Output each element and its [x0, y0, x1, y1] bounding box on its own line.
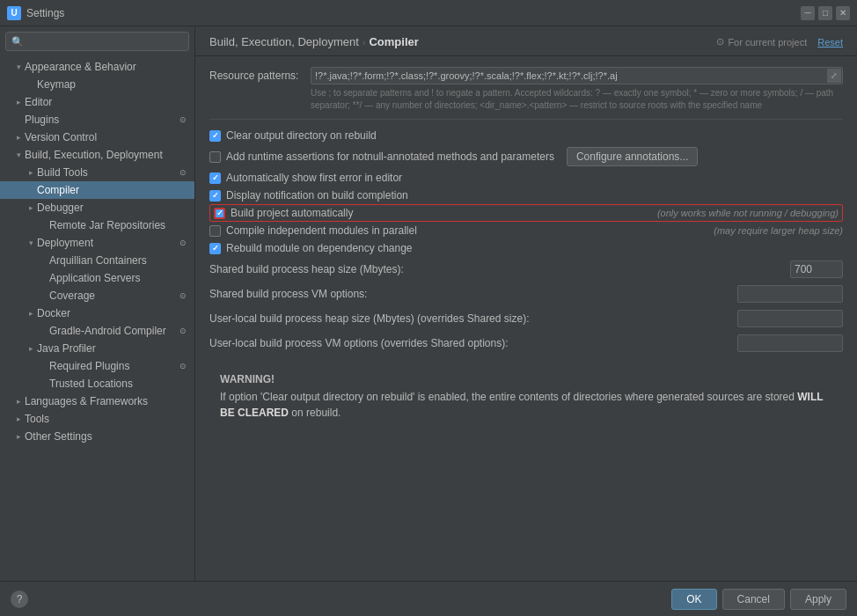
warning-text: If option 'Clear output directory on reb…	[220, 389, 832, 421]
sidebar-item-remote-jar[interactable]: Remote Jar Repositories	[0, 216, 194, 234]
breadcrumb-current: Compiler	[369, 35, 418, 48]
breadcrumb-separator: ›	[363, 37, 366, 48]
option-clear-output: Clear output directory on rebuild	[209, 127, 843, 144]
compile-parallel-checkbox-wrap[interactable]: Compile independent modules in parallel	[209, 224, 417, 237]
content-scroll: Resource patterns: ⤢ Use ; to separate p…	[195, 56, 857, 581]
content-header: Build, Execution, Deployment › Compiler …	[195, 26, 857, 56]
window-controls: ─ □ ✕	[801, 6, 850, 20]
sidebar-item-build-exec[interactable]: Build, Execution, Deployment	[0, 146, 194, 164]
apply-button[interactable]: Apply	[790, 589, 846, 610]
sidebar-item-version-control[interactable]: Version Control	[0, 128, 194, 146]
rebuild-module-checkbox[interactable]	[209, 243, 221, 254]
display-notification-label: Display notification on build completion	[226, 189, 408, 202]
scope-icon: ⊙	[177, 325, 189, 337]
sidebar-item-build-tools[interactable]: Build Tools ⊙	[0, 164, 194, 181]
expand-icon	[12, 430, 25, 443]
close-button[interactable]: ✕	[836, 6, 850, 20]
expand-icon	[25, 307, 37, 319]
help-button[interactable]: ?	[11, 590, 28, 608]
shared-vm-label: Shared build process VM options:	[209, 288, 737, 300]
search-icon: 🔍	[11, 36, 24, 48]
option-show-error: Automatically show first error in editor	[209, 169, 843, 187]
expand-icon	[12, 61, 25, 73]
bottom-bar: ? OK Cancel Apply	[0, 581, 857, 616]
sidebar: 🔍 Appearance & Behavior Keymap Editor	[0, 26, 195, 581]
window-title: Settings	[26, 7, 801, 19]
compile-parallel-checkbox[interactable]	[209, 225, 221, 237]
sidebar-item-appearance[interactable]: Appearance & Behavior	[0, 58, 194, 76]
display-notification-checkbox-wrap[interactable]: Display notification on build completion	[209, 189, 408, 202]
ok-button[interactable]: OK	[671, 589, 716, 610]
show-error-checkbox-wrap[interactable]: Automatically show first error in editor	[209, 172, 402, 184]
sidebar-item-required-plugins[interactable]: Required Plugins ⊙	[0, 357, 194, 375]
rebuild-module-label: Rebuild module on dependency change	[226, 242, 413, 254]
sidebar-item-deployment[interactable]: Deployment ⊙	[0, 234, 194, 252]
sidebar-item-other-settings[interactable]: Other Settings	[0, 428, 194, 445]
sidebar-item-docker[interactable]: Docker	[0, 304, 194, 322]
sidebar-item-keymap[interactable]: Keymap	[0, 76, 194, 93]
sidebar-item-gradle-android[interactable]: Gradle-Android Compiler ⊙	[0, 322, 194, 340]
sidebar-item-languages[interactable]: Languages & Frameworks	[0, 392, 194, 410]
clear-output-checkbox[interactable]	[209, 130, 221, 142]
show-error-checkbox[interactable]	[209, 172, 221, 184]
compile-parallel-label: Compile independent modules in parallel	[226, 224, 417, 237]
minimize-button[interactable]: ─	[801, 6, 815, 20]
add-assertions-checkbox-wrap[interactable]: Add runtime assertions for notnull-annot…	[209, 150, 554, 163]
sidebar-item-plugins[interactable]: Plugins ⊙	[0, 111, 194, 128]
build-auto-left: Build project automatically	[214, 207, 353, 219]
expand-icon	[12, 131, 25, 143]
warning-title: WARNING!	[220, 373, 832, 385]
sidebar-item-coverage[interactable]: Coverage ⊙	[0, 287, 194, 304]
user-heap-input[interactable]	[737, 310, 843, 327]
header-right: ⊙ For current project Reset	[716, 36, 843, 48]
user-vm-input[interactable]	[737, 334, 843, 352]
sidebar-item-java-profiler[interactable]: Java Profiler	[0, 340, 194, 357]
breadcrumb-parent: Build, Execution, Deployment	[209, 35, 359, 48]
shared-vm-input[interactable]	[737, 285, 843, 303]
scope-icon: ⊙	[177, 360, 189, 372]
display-notification-checkbox[interactable]	[209, 190, 221, 202]
cancel-button[interactable]: Cancel	[722, 589, 785, 610]
add-assertions-label: Add runtime assertions for notnull-annot…	[226, 150, 554, 163]
field-shared-vm-row: Shared build process VM options:	[209, 282, 843, 306]
clear-output-checkbox-wrap[interactable]: Clear output directory on rebuild	[209, 129, 377, 142]
build-auto-checkbox-wrap[interactable]: Build project automatically	[214, 207, 353, 219]
option-add-assertions: Add runtime assertions for notnull-annot…	[209, 144, 843, 169]
shared-heap-input[interactable]	[790, 260, 843, 278]
sidebar-item-trusted-locations[interactable]: Trusted Locations	[0, 375, 194, 392]
expand-icon	[25, 166, 37, 179]
build-auto-label: Build project automatically	[231, 207, 353, 219]
sidebar-item-tools[interactable]: Tools	[0, 410, 194, 428]
option-compile-parallel: Compile independent modules in parallel …	[209, 222, 843, 239]
resource-patterns-input-wrap: ⤢ Use ; to separate patterns and ! to ne…	[311, 67, 843, 112]
sidebar-item-app-servers[interactable]: Application Servers	[0, 269, 194, 287]
field-user-vm-row: User-local build process VM options (ove…	[209, 331, 843, 356]
sidebar-item-arquillian[interactable]: Arquillian Containers	[0, 252, 194, 269]
shared-heap-label: Shared build process heap size (Mbytes):	[209, 263, 790, 275]
compile-parallel-left: Compile independent modules in parallel	[209, 224, 417, 237]
rebuild-module-checkbox-wrap[interactable]: Rebuild module on dependency change	[209, 242, 413, 254]
resource-patterns-input[interactable]	[311, 67, 843, 84]
main-layout: 🔍 Appearance & Behavior Keymap Editor	[0, 26, 857, 581]
scope-icon: ⊙	[177, 237, 189, 249]
resource-patterns-label: Resource patterns:	[209, 67, 311, 82]
sidebar-item-compiler[interactable]: Compiler	[0, 181, 194, 199]
clear-output-label: Clear output directory on rebuild	[226, 129, 377, 142]
build-auto-checkbox[interactable]	[214, 208, 225, 219]
field-shared-heap-row: Shared build process heap size (Mbytes):	[209, 257, 843, 282]
user-vm-label: User-local build process VM options (ove…	[209, 337, 737, 349]
scope-icon: ⊙	[177, 290, 189, 302]
search-input[interactable]	[27, 35, 183, 48]
resource-patterns-expand-button[interactable]: ⤢	[827, 69, 841, 83]
reset-link[interactable]: Reset	[817, 37, 843, 48]
search-box[interactable]: 🔍	[5, 32, 189, 51]
scope-icon: ⊙	[177, 166, 189, 179]
sidebar-item-editor[interactable]: Editor	[0, 93, 194, 111]
add-assertions-checkbox[interactable]	[209, 151, 221, 163]
sidebar-item-debugger[interactable]: Debugger	[0, 199, 194, 216]
warning-box: WARNING! If option 'Clear output directo…	[209, 366, 843, 428]
maximize-button[interactable]: □	[818, 6, 832, 20]
expand-icon	[25, 237, 37, 249]
sidebar-tree: Appearance & Behavior Keymap Editor Plug…	[0, 56, 194, 447]
configure-annotations-button[interactable]: Configure annotations...	[567, 147, 698, 166]
